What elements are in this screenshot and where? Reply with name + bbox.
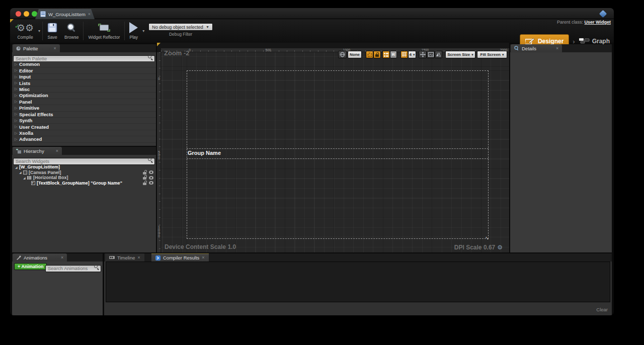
visibility-eye-icon[interactable]	[149, 176, 153, 180]
close-traffic-icon[interactable]	[16, 11, 21, 17]
save-button[interactable]: Save	[44, 20, 61, 42]
hierarchy-tab[interactable]: Hierarchy ×	[13, 147, 62, 155]
grid-snap-toggle-button[interactable]	[400, 51, 408, 58]
expander-icon[interactable]: ▷	[15, 62, 19, 66]
palette-category-panel[interactable]: ▷Panel	[12, 99, 156, 105]
horizontal-box-icon	[27, 176, 32, 180]
lock-icon[interactable]	[143, 183, 146, 185]
add-animation-button[interactable]: + Animation	[14, 263, 47, 270]
raw-edit-toggle-button[interactable]: R	[390, 51, 397, 58]
expander-icon[interactable]: ▷	[15, 112, 19, 116]
bars-icon	[384, 53, 388, 57]
visibility-eye-icon[interactable]	[149, 181, 153, 185]
expander-icon[interactable]: ▷	[15, 68, 19, 72]
compile-button[interactable]: ⚙⚙✓ Compile	[13, 20, 37, 42]
hierarchy-tab-icon	[16, 149, 21, 153]
debug-object-dropdown[interactable]: No debug object selected ▼	[148, 23, 213, 31]
hierarchy-search-input[interactable]	[13, 158, 155, 165]
details-tab-icon	[514, 46, 519, 51]
horizontal-box-outline[interactable]	[187, 148, 489, 159]
expander-icon[interactable]: ▷	[15, 131, 19, 135]
palette-category-advanced[interactable]: ▷Advanced	[12, 136, 156, 142]
palette-category-common[interactable]: ▷Common	[12, 61, 156, 67]
visibility-eye-icon[interactable]	[149, 170, 153, 174]
tree-node-horizontal-box[interactable]: ◢ [Horizontal Box]	[12, 175, 156, 181]
animations-panel: Animations × + Animation	[12, 253, 103, 315]
tab-close-icon[interactable]: ×	[556, 46, 558, 51]
lock-widgets-button[interactable]	[373, 51, 381, 58]
grid-icon	[402, 52, 407, 57]
expander-icon[interactable]: ▷	[15, 119, 19, 123]
respect-locks-button[interactable]	[382, 51, 390, 58]
expander-icon[interactable]: ▷	[15, 94, 19, 98]
palette-category-primitive[interactable]: ▷Primitive	[12, 105, 156, 111]
tab-close-icon[interactable]: ×	[138, 255, 140, 260]
expander-icon[interactable]: ▷	[15, 75, 19, 79]
palette-category-synth[interactable]: ▷Synth	[12, 118, 156, 124]
asset-tab[interactable]: W_GroupListItem ×	[35, 9, 95, 19]
toolbar-separator	[42, 22, 43, 40]
transform-mode-button[interactable]	[419, 51, 427, 58]
screen-size-dropdown[interactable]: Screen Size▾	[445, 51, 475, 58]
outline-toggle-button[interactable]	[366, 51, 373, 58]
lock-icon[interactable]	[143, 177, 146, 180]
tree-node-root[interactable]: ◢ [W_GroupListItem]	[12, 164, 156, 170]
title-bar: W_GroupListItem ×	[10, 8, 614, 19]
expander-icon[interactable]: ◢	[23, 176, 27, 180]
widget-reflector-button[interactable]: Widget Reflector	[85, 20, 123, 42]
palette-tab-icon	[16, 46, 21, 51]
expander-icon[interactable]: ◢	[19, 170, 23, 174]
expander-icon[interactable]: ◢	[15, 165, 19, 169]
compiler-results-tab[interactable]: Compiler Results ×	[151, 253, 209, 262]
expander-icon[interactable]: ▷	[15, 81, 19, 85]
lock-icon[interactable]	[143, 172, 146, 175]
mirror-flip-button[interactable]	[435, 51, 442, 58]
dpi-scale-row: DPI Scale 0.67 ⚙	[454, 244, 503, 251]
tab-close-icon[interactable]: ×	[61, 255, 63, 260]
palette-category-special-effects[interactable]: ▷Special Effects	[12, 112, 156, 118]
expander-icon[interactable]: ▷	[15, 125, 19, 129]
palette-category-optimization[interactable]: ▷Optimization	[12, 93, 156, 99]
compile-options-caret-icon[interactable]: ▾	[38, 29, 40, 33]
palette-tab[interactable]: Palette ×	[13, 44, 60, 52]
browse-button[interactable]: Browse	[61, 20, 82, 42]
toolbar-separator	[124, 22, 125, 40]
play-button[interactable]: Play	[126, 20, 141, 42]
preview-background-button[interactable]	[427, 51, 435, 58]
palette-category-input[interactable]: ▷Input	[12, 74, 156, 80]
palette-category-user-created[interactable]: ▷User Created	[12, 124, 156, 130]
palette-category-xsolla[interactable]: ▷Xsolla	[12, 130, 156, 136]
dropdown-caret-icon: ▾	[502, 53, 504, 57]
asset-tab-close-icon[interactable]: ×	[88, 12, 91, 17]
parent-class-link[interactable]: User Widget	[585, 20, 611, 25]
gear-icon[interactable]: ⚙	[497, 244, 503, 251]
palette-category-lists[interactable]: ▷Lists	[12, 80, 156, 86]
timeline-tab[interactable]: Timeline ×	[105, 253, 144, 262]
toolbar-separator	[83, 22, 84, 40]
expander-icon[interactable]: ▷	[15, 100, 19, 104]
tab-close-icon[interactable]: ×	[202, 255, 204, 260]
palette-category-misc[interactable]: ▷Misc	[12, 87, 156, 93]
tab-close-icon[interactable]: ×	[54, 46, 56, 51]
lock-icon	[375, 54, 379, 57]
expander-icon[interactable]: ▷	[15, 87, 19, 91]
localization-globe-button[interactable]	[338, 51, 347, 58]
fill-screen-dropdown[interactable]: Fill Screen▾	[477, 51, 507, 58]
group-name-text-widget[interactable]: Group Name	[188, 150, 221, 156]
tree-node-textblock[interactable]: T [TextBlock_GroupName] "Group Name"	[12, 181, 156, 186]
clear-log-button[interactable]: Clear	[596, 307, 608, 312]
minimize-traffic-icon[interactable]	[24, 11, 29, 17]
dpi-scale-label: DPI Scale 0.67	[454, 244, 495, 251]
details-tab[interactable]: Details ×	[511, 44, 562, 52]
expander-icon[interactable]: ▷	[15, 106, 19, 110]
tab-close-icon[interactable]: ×	[56, 149, 58, 153]
animations-tab[interactable]: Animations ×	[13, 253, 67, 262]
compiler-results-log[interactable]	[106, 262, 610, 302]
expander-icon[interactable]: ▷	[15, 137, 19, 141]
animations-search-input[interactable]	[45, 265, 101, 272]
palette-category-editor[interactable]: ▷Editor	[12, 67, 156, 73]
tree-node-canvas-panel[interactable]: ◢ [Canvas Panel]	[12, 170, 156, 176]
grid-snap-size-button[interactable]: 4▾	[408, 51, 416, 58]
flow-direction-none-button[interactable]: None	[348, 51, 362, 58]
play-options-caret-icon[interactable]: ▾	[142, 29, 144, 33]
